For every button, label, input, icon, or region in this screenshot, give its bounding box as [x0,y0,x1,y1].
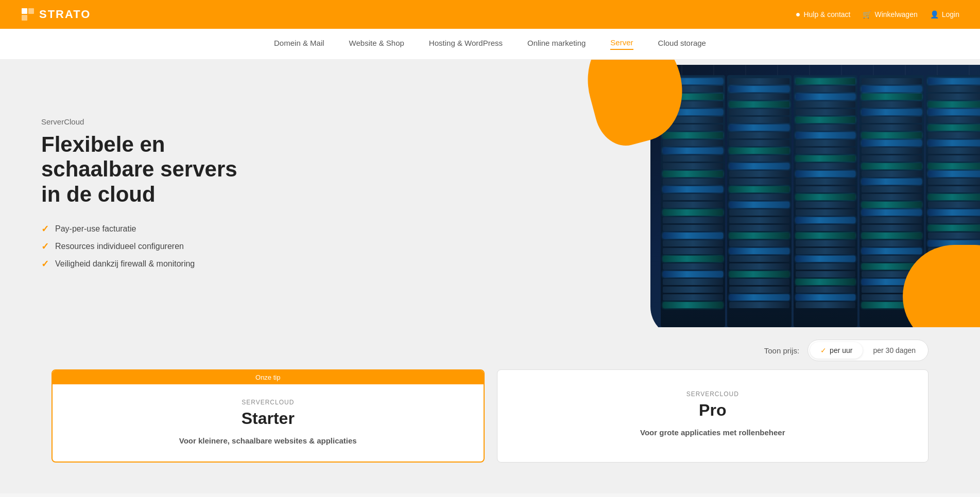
check-icon-3: ✓ [41,258,49,270]
pricing-toggle-buttons: ✓ per uur per 30 dagen [807,340,929,361]
svg-rect-0 [22,8,27,14]
nav-item-server[interactable]: Server [610,38,633,50]
rack-3 [794,75,858,327]
card-name-pro: Pro [514,401,912,420]
pricing-cards-area: Onze tip SERVERCLOUD Starter Voor kleine… [0,369,980,493]
check-icon-2: ✓ [41,241,49,252]
check-per-uur: ✓ [820,346,827,354]
svg-rect-2 [22,15,27,21]
help-link[interactable]: ● Hulp & contact [796,10,851,19]
feature-item-3: ✓ Veiligheid dankzij firewall & monitori… [41,258,257,270]
user-icon: 👤 [930,10,939,19]
hero-features: ✓ Pay-per-use facturatie ✓ Resources ind… [41,223,257,270]
nav-item-cloud-storage[interactable]: Cloud storage [658,39,706,49]
card-body-starter: SERVERCLOUD Starter Voor kleinere, schaa… [53,384,484,461]
cart-link[interactable]: 🛒 Winkelwagen [863,10,917,19]
card-pro: SERVERCLOUD Pro Voor grote applicaties m… [497,369,929,463]
card-starter: Onze tip SERVERCLOUD Starter Voor kleine… [51,369,485,463]
card-category-starter: SERVERCLOUD [69,399,467,406]
cart-icon: 🛒 [863,10,871,19]
rack-2 [727,75,792,327]
logo-icon [21,7,35,22]
feature-item-2: ✓ Resources individueel configureren [41,241,257,252]
card-description-pro: Voor grote applicaties met rollenbeheer [514,428,912,437]
toggle-per-30-dagen[interactable]: per 30 dagen [863,342,926,359]
main-nav: Domein & Mail Website & Shop Hosting & W… [0,29,980,60]
pricing-toggle-area: Toon prijs: ✓ per uur per 30 dagen [0,327,980,369]
top-bar: STRATO ● Hulp & contact 🛒 Winkelwagen 👤 … [0,0,980,29]
pricing-toggle-label: Toon prijs: [764,346,799,355]
strato-logo-svg [21,7,35,22]
nav-item-website[interactable]: Website & Shop [349,39,404,49]
card-tip-starter: Onze tip [53,370,484,384]
card-category-pro: SERVERCLOUD [514,390,912,398]
nav-item-hosting[interactable]: Hosting & WordPress [429,39,503,49]
feature-item-1: ✓ Pay-per-use facturatie [41,223,257,235]
nav-item-marketing[interactable]: Online marketing [527,39,586,49]
hero-title: Flexibele en schaalbare servers in de cl… [41,132,257,207]
toggle-per-uur[interactable]: ✓ per uur [810,342,863,359]
card-description-starter: Voor kleinere, schaalbare websites & app… [69,436,467,445]
brand-name: STRATO [39,8,91,21]
check-icon-1: ✓ [41,223,49,235]
hero-image-area [609,60,980,327]
card-name-starter: Starter [69,409,467,428]
hero-section: ServerCloud Flexibele en schaalbare serv… [0,60,980,327]
nav-item-domein[interactable]: Domein & Mail [274,39,324,49]
logo[interactable]: STRATO [21,7,91,22]
hero-subtitle: ServerCloud [41,117,257,126]
card-body-pro: SERVERCLOUD Pro Voor grote applicaties m… [497,370,929,453]
login-link[interactable]: 👤 Login [930,10,959,19]
hero-content: ServerCloud Flexibele en schaalbare serv… [0,86,299,300]
svg-rect-1 [28,8,34,14]
top-actions: ● Hulp & contact 🛒 Winkelwagen 👤 Login [796,10,959,19]
help-icon: ● [796,10,801,19]
